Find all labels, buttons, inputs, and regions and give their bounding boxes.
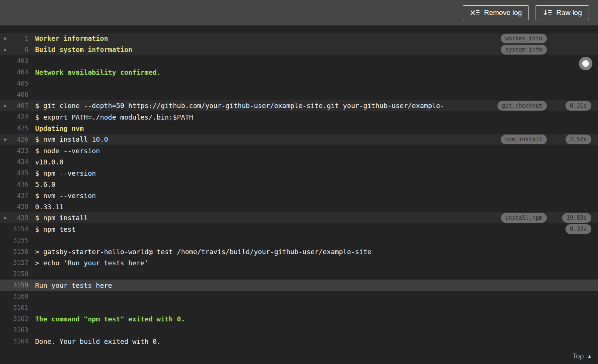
log-line-text: Build system information xyxy=(28,46,486,53)
line-number[interactable]: 439 xyxy=(11,214,28,222)
raw-log-label: Raw log xyxy=(556,9,582,17)
log-line-text: $ nvm install 10.0 xyxy=(28,135,486,143)
duration-badge: 0.32s xyxy=(565,224,591,234)
log-row: 3154 $ npm test 0.32s xyxy=(0,223,598,235)
fold-tag-badge: system_info xyxy=(501,45,547,55)
log-row: 3158 xyxy=(0,268,598,280)
log-line-text: Run your tests here xyxy=(28,281,591,289)
duration-badge: 0.31s xyxy=(565,101,591,111)
log-row: 3160 xyxy=(0,291,598,302)
line-number[interactable]: 426 xyxy=(11,136,28,143)
line-number[interactable]: 3163 xyxy=(11,326,28,334)
line-number[interactable]: 3156 xyxy=(11,248,28,255)
log-row: ▶ 6 Build system information system_info xyxy=(0,44,598,55)
log-row: 434 v10.0.0 xyxy=(0,156,598,167)
log-row: 437 $ nvm --version xyxy=(0,190,598,201)
line-number[interactable]: 434 xyxy=(11,158,28,166)
log-line-text: Network availability confirmed. xyxy=(28,68,591,76)
log-row: ▶ 439 $ npm install install.npm19.83s xyxy=(0,212,598,223)
fold-tag-badge: install.npm xyxy=(501,213,547,223)
fold-tag-badge: worker_info xyxy=(501,34,547,43)
raw-log-button[interactable]: Raw log xyxy=(536,5,589,20)
fold-toggle-icon[interactable]: ▶ xyxy=(0,36,11,41)
line-number[interactable]: 404 xyxy=(11,68,28,76)
line-number[interactable]: 3162 xyxy=(11,315,28,323)
line-number[interactable]: 438 xyxy=(11,203,28,210)
log-line-text: > gatsby-starter-hello-world@ test /home… xyxy=(28,248,591,256)
log-row: 3159 Run your tests here xyxy=(0,280,598,291)
log-line-text: $ npm --version xyxy=(28,169,591,177)
line-number[interactable]: 425 xyxy=(11,124,28,132)
line-number[interactable]: 406 xyxy=(11,91,28,98)
log-row: 3162 The command "npm test" exited with … xyxy=(0,313,598,324)
line-number[interactable]: 433 xyxy=(11,147,28,154)
line-number[interactable]: 405 xyxy=(11,80,28,87)
log-line-text: $ nvm --version xyxy=(28,192,591,200)
line-number[interactable]: 6 xyxy=(11,46,28,53)
log-row: 405 xyxy=(0,78,598,89)
line-number[interactable]: 3161 xyxy=(11,304,28,311)
fold-toggle-icon[interactable]: ▶ xyxy=(0,136,11,142)
log-row: 3156 > gatsby-starter-hello-world@ test … xyxy=(0,246,598,257)
log-row: 404 Network availability confirmed. xyxy=(0,67,598,78)
line-number[interactable]: 3157 xyxy=(11,259,28,266)
log-line-text: Worker information xyxy=(28,34,486,42)
fold-toggle-icon[interactable]: ▶ xyxy=(0,215,11,220)
log-line-text: The command "npm test" exited with 0. xyxy=(28,315,591,323)
log-line-text: $ export PATH=./node_modules/.bin:$PATH xyxy=(28,113,591,121)
raw-log-icon xyxy=(543,9,552,16)
duration-badge: 19.83s xyxy=(562,213,591,223)
log-row: 435 $ npm --version xyxy=(0,167,598,179)
log-line-text: 0.33.11 xyxy=(28,203,591,211)
fold-tag-badge: git.checkout xyxy=(497,101,547,111)
remove-log-icon xyxy=(470,9,480,16)
log-row: ▶ 407 $ git clone --depth=50 https://git… xyxy=(0,100,598,111)
log-row: 3157 > echo 'Run your tests here' xyxy=(0,257,598,268)
log-row: 3164 Done. Your build exited with 0. xyxy=(0,336,598,347)
log-row: 406 xyxy=(0,89,598,100)
line-number[interactable]: 407 xyxy=(11,102,28,109)
log-line-text: $ npm test xyxy=(28,225,486,233)
line-number[interactable]: 403 xyxy=(11,57,28,65)
log-row: 433 $ node --version xyxy=(0,145,598,156)
log-row: 403 xyxy=(0,55,598,67)
fold-toggle-icon[interactable]: ▶ xyxy=(0,47,11,52)
log-line-text: $ node --version xyxy=(28,147,591,155)
log-line-text: > echo 'Run your tests here' xyxy=(28,259,591,267)
log-row: 3163 xyxy=(0,324,598,336)
log-row: 436 5.6.0 xyxy=(0,179,598,190)
line-number[interactable]: 3164 xyxy=(11,337,28,345)
fold-tag-badge: nvm.install xyxy=(501,135,547,144)
log-line-text: v10.0.0 xyxy=(28,158,591,166)
log-line-text: Updating nvm xyxy=(28,124,591,132)
log-row: 425 Updating nvm xyxy=(0,123,598,134)
remove-log-button[interactable]: Remove log xyxy=(463,5,529,20)
duration-badge: 2.52s xyxy=(565,135,591,144)
log-row: ▶ 1 Worker information worker_info xyxy=(0,33,598,44)
caret-up-icon: ▲ xyxy=(587,353,592,359)
log-line-text: $ git clone --depth=50 https://github.co… xyxy=(28,102,486,109)
line-number[interactable]: 424 xyxy=(11,113,28,121)
line-number[interactable]: 1 xyxy=(11,35,28,42)
scroll-to-top-link[interactable]: Top ▲ xyxy=(573,352,592,360)
log-line-text: $ npm install xyxy=(28,214,486,222)
line-number[interactable]: 3155 xyxy=(11,237,28,244)
log-line-text: Done. Your build exited with 0. xyxy=(28,337,591,345)
remove-log-label: Remove log xyxy=(484,9,522,17)
line-number[interactable]: 436 xyxy=(11,181,28,188)
log-row: 438 0.33.11 xyxy=(0,201,598,212)
log-row: 3161 xyxy=(0,302,598,313)
line-number[interactable]: 435 xyxy=(11,169,28,177)
log-row: 3155 xyxy=(0,235,598,246)
build-log: ▶ 1 Worker information worker_info ▶ 6 B… xyxy=(0,25,598,364)
fold-toggle-icon[interactable]: ▶ xyxy=(0,103,11,108)
line-number[interactable]: 3159 xyxy=(11,281,28,289)
log-row: 424 $ export PATH=./node_modules/.bin:$P… xyxy=(0,111,598,123)
top-link-label: Top xyxy=(573,352,584,360)
log-row: ▶ 426 $ nvm install 10.0 nvm.install2.52… xyxy=(0,134,598,145)
line-number[interactable]: 3158 xyxy=(11,270,28,278)
toolbar: Remove log Raw log xyxy=(0,0,598,25)
line-number[interactable]: 3154 xyxy=(11,225,28,233)
line-number[interactable]: 3160 xyxy=(11,293,28,300)
line-number[interactable]: 437 xyxy=(11,192,28,199)
